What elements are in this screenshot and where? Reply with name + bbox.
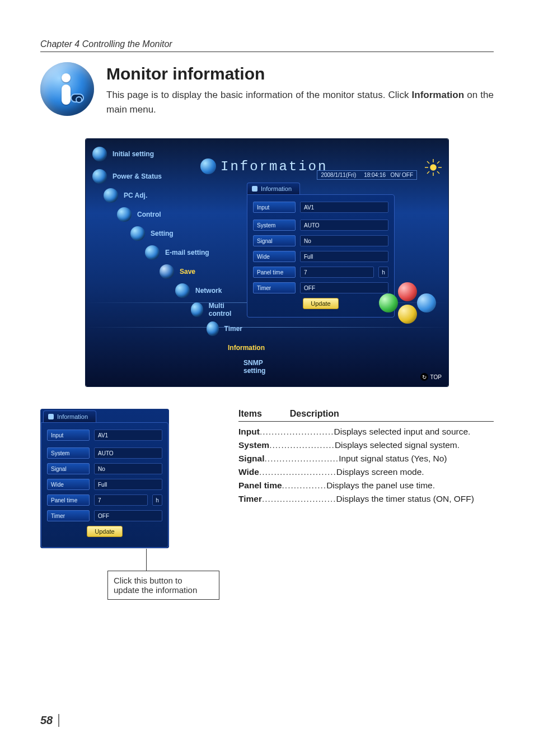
grid-icon [48,414,54,419]
field-wide: Wide Full [253,251,388,262]
field-timer: Timer OFF [253,282,388,293]
mini-information-panel: Information Input AV1 System AUTO Signal… [40,409,169,548]
status-date: 2008/1/11(Fri) [321,172,356,178]
col-description: Description [290,409,339,419]
nav-save[interactable]: Save [86,262,242,281]
green-sphere-icon [379,293,398,312]
mini-update-button[interactable]: Update [87,526,123,537]
refresh-icon: ↻ [420,373,428,381]
description-table: Items Description Input.................… [235,409,494,506]
field-panel-time: Panel time 7 h [47,494,162,506]
label-panel-time: Panel time [253,267,296,278]
status-bar: 2008/1/11(Fri) 18:04:16 ON/ OFF [317,170,417,180]
svg-line-7 [427,171,429,174]
update-button[interactable]: Update [303,298,339,309]
value-wide: Full [94,479,162,490]
nav-information[interactable]: Information [86,338,242,357]
field-signal: Signal No [47,463,162,474]
label-panel-time: Panel time [47,494,90,506]
intro-text: This page is to display the basic inform… [106,88,494,116]
panel-title: Information [200,158,327,174]
info-icon [40,62,94,116]
field-system: System AUTO [47,447,162,459]
nav-control[interactable]: Control [86,205,242,224]
field-timer: Timer OFF [47,510,162,521]
value-system: AUTO [94,447,162,459]
nav-snmp-setting[interactable]: SNMP setting [86,357,242,376]
callout-box: Click this button to update the informat… [107,571,219,600]
nav-timer[interactable]: Timer [86,319,242,338]
field-panel-time: Panel time 7 h [253,267,388,278]
intro-bold: Information [412,90,465,100]
mini-information-tab[interactable]: Information [43,410,96,422]
side-nav: Initial setting Power & Status PC Adj. C… [86,144,242,376]
table-row: Input.........................Displays s… [238,425,494,438]
value-signal: No [94,463,162,474]
svg-point-0 [430,165,436,170]
value-timer: OFF [94,510,162,521]
blue-sphere-icon [417,293,436,312]
nav-network[interactable]: Network [86,281,242,300]
value-signal: No [300,235,388,246]
label-wide: Wide [47,479,90,490]
label-timer: Timer [253,282,296,293]
label-signal: Signal [47,463,90,474]
label-wide: Wide [253,251,296,262]
nav-setting[interactable]: Setting [86,224,242,243]
field-system: System AUTO [253,220,388,231]
status-power: ON/ OFF [390,172,413,178]
value-system: AUTO [300,220,388,231]
field-signal: Signal No [253,235,388,246]
table-row: System......................Displays sel… [238,438,494,452]
value-panel-time: 7 [300,267,374,278]
label-system: System [253,220,296,231]
table-row: Timer.........................Displays t… [238,492,494,506]
value-panel-time: 7 [94,494,148,506]
value-wide: Full [300,251,388,262]
field-input: Input AV1 [253,202,388,213]
nav-email-setting[interactable]: E-mail setting [86,243,242,262]
nav-multi-control[interactable]: Multi control [86,300,242,319]
callout-line-1: Click this button to [114,576,213,585]
field-wide: Wide Full [47,479,162,490]
grid-icon [252,186,257,192]
value-input: AV1 [300,202,388,213]
status-time: 18:04:16 [364,172,386,178]
top-link[interactable]: ↻ TOP [420,373,442,381]
yellow-sphere-icon [398,305,417,324]
unit-panel-time: h [378,267,388,278]
table-row: Panel time...............Displays the pa… [238,479,494,492]
value-input: AV1 [94,430,162,441]
brightness-icon [424,158,443,177]
callout-line-2: update the information [114,585,213,595]
information-box: Information Input AV1 System AUTO Signal… [247,183,395,318]
svg-line-6 [437,171,439,174]
info-icon [200,158,216,174]
intro-prefix: This page is to display the basic inform… [106,90,412,100]
label-timer: Timer [47,510,90,521]
table-row: Wide..........................Displays s… [238,465,494,479]
unit-panel-time: h [152,494,162,506]
label-system: System [47,447,90,459]
page-title: Monitor information [106,64,494,83]
svg-line-5 [427,161,429,164]
table-row: Signal.........................Input sig… [238,452,494,465]
field-input: Input AV1 [47,430,162,441]
label-input: Input [253,202,296,213]
screenshot-panel: Initial setting Power & Status PC Adj. C… [86,139,448,386]
information-tab[interactable]: Information [247,183,300,194]
value-timer: OFF [300,282,388,293]
label-input: Input [47,430,90,441]
page-number: 58 [40,714,59,727]
chapter-header: Chapter 4 Controlling the Monitor [40,39,494,52]
col-items: Items [238,409,262,419]
nav-pc-adj[interactable]: PC Adj. [86,186,242,205]
red-sphere-icon [398,282,417,301]
svg-line-8 [437,161,439,164]
label-signal: Signal [253,235,296,246]
